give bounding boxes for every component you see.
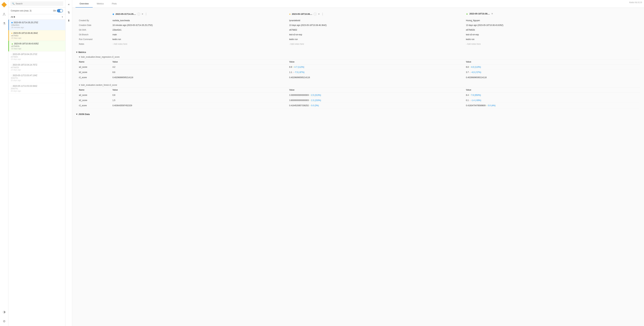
json-data-header[interactable]: ▾ JSON Data xyxy=(76,112,640,117)
metric-0-1-val0: 8.6 xyxy=(110,70,286,75)
info-git-branch: Git Branch main test-s3-on-exp test-s3-o… xyxy=(76,33,640,37)
run3-creation-date: 13 days ago (2023-05-18T10.08.43.635Z) xyxy=(463,23,640,27)
col-value-0-2: Value xyxy=(463,59,640,64)
metric-group-0: ▾ train_evaluation.linear_regression.r2_… xyxy=(76,55,640,80)
run-item-6[interactable]: □ 2023-05-11T13.53.47.134Z 334d741 20 da… xyxy=(8,73,65,83)
metric-group-0-col-headers: Name Value Value Value xyxy=(76,59,640,65)
main-content: Kedro-Viz 6.2.0 Overview Metrics Plots ◆… xyxy=(72,0,644,326)
settings-icon[interactable]: ⚙ xyxy=(1,318,7,324)
run-item-1[interactable]: ◆ 2023-05-31T14.35.25.275Z 22be42e1 16 m… xyxy=(8,20,65,30)
diff-1-1-2: -1.4 (-93%) xyxy=(471,99,481,102)
metric-0-1-val1: 1.1 ↓ -7.5 (-87%) xyxy=(286,70,463,75)
filter-bar: All 8 ▾ xyxy=(8,14,65,20)
run2-header: ● 2023-05-18T10.08.... ○ ✕ ⋮ xyxy=(286,11,463,17)
info-creation-date: Creation Date 16 minutes ago (2023-05-31… xyxy=(76,23,640,27)
collapse-button[interactable]: « xyxy=(66,2,72,7)
run-hash-7: 334d741 xyxy=(11,88,63,90)
run-icon-1: ◆ xyxy=(11,21,13,24)
metric-group-0-chevron: ▾ xyxy=(79,56,80,58)
run-item-7[interactable]: □ 2023-05-11T13.53.03.584Z 334d741 20 da… xyxy=(8,83,65,94)
theme-icon[interactable]: ◑ xyxy=(1,309,7,315)
run-name-4: □ 2023-05-18T10.04.25.272Z xyxy=(11,53,63,56)
metric-1-0-val1: 3.3000000000000003 ↑ 2.5 (313%) xyxy=(286,93,463,98)
label-run-command: Run Command xyxy=(76,37,110,42)
metric-0-0-val2: 8.8 ↑ 4.6 (110%) xyxy=(463,65,640,70)
run1-close-btn[interactable]: ✕ xyxy=(142,13,143,15)
run1-notes[interactable]: - Add notes here xyxy=(110,42,286,46)
compare-toggle[interactable] xyxy=(57,9,63,13)
metric-group-1-header[interactable]: ▾ train_evaluation.random_forest.r2_scor… xyxy=(76,83,640,87)
run1-status-btn[interactable]: ○ xyxy=(137,13,140,16)
search-input[interactable] xyxy=(16,2,62,5)
toggle-on-label: On xyxy=(53,10,56,12)
sort-button[interactable]: ⇅ xyxy=(66,10,72,15)
run1-creation-date: 16 minutes ago (2023-05-31T14.35.25.275Z… xyxy=(110,23,286,27)
run1-run-command: kedro run xyxy=(110,37,286,42)
run2-status-btn[interactable]: ○ xyxy=(314,13,317,16)
run3-header-title: 2023-05-18T10.08.... xyxy=(470,13,490,15)
metric-row-0-0: a2_score 4.2 8.9 ↑ 4.7 (112%) 8.8 ↑ 4.6 … xyxy=(76,65,640,70)
diff-0-0-2: 4.6 (110%) xyxy=(471,66,481,68)
run3-run-command: kedro run xyxy=(463,37,640,42)
metric-row-1-0: a2_score 0.8 3.3000000000000003 ↑ 2.5 (3… xyxy=(76,93,640,98)
run2-git-branch: test-s3-on-exp xyxy=(286,33,463,37)
run1-header-title: 2023-05-31T14.35.... xyxy=(116,13,136,15)
run-hash-3: e679d02b xyxy=(11,45,63,47)
filter-label: All 8 xyxy=(11,16,15,18)
run2-notes[interactable]: - Add notes here xyxy=(286,42,463,46)
metric-group-0-header[interactable]: ▾ train_evaluation.linear_regression.r2_… xyxy=(76,55,640,59)
run-name-7: □ 2023-05-11T13.53.03.584Z xyxy=(11,85,63,87)
run1-header: ◆ 2023-05-31T14.35.... ○ ✕ ⋮ xyxy=(110,11,286,17)
run2-close-btn[interactable]: ✕ xyxy=(318,13,320,15)
search-box[interactable]: 🔍 xyxy=(10,1,63,6)
col-value-0-0: Value xyxy=(110,59,286,64)
spacer xyxy=(76,11,110,17)
run-item-4[interactable]: □ 2023-05-18T10.04.25.272Z e679d02 13 da… xyxy=(8,52,65,62)
diff-1-1-1: 2.3 (153%) xyxy=(311,99,321,102)
metric-0-2-name: r2_score xyxy=(76,75,110,80)
run3-close-btn[interactable]: ✕ xyxy=(491,13,493,15)
experiment-icon[interactable]: ⚗ xyxy=(1,21,7,27)
metric-0-1-val2: 3.7 ↓ -4.9 (-57%) xyxy=(463,70,640,75)
toolbar-vertical: « ⇅ ⬇ xyxy=(66,0,72,326)
json-data-section: ▾ JSON Data xyxy=(76,112,640,117)
run-item-5[interactable]: □ 2023-05-18T10.04.24.767Z e679d02b 13 d… xyxy=(8,62,65,73)
metric-0-0-name: a2_score xyxy=(76,65,110,70)
col-value-0-1: Value xyxy=(286,59,463,64)
metric-0-0-val1: 8.9 ↑ 4.7 (112%) xyxy=(286,65,463,70)
run-hash-5: e679d02b xyxy=(11,66,63,68)
pipeline-icon[interactable]: ⋀ xyxy=(1,11,7,17)
metric-group-0-name: train_evaluation.linear_regression.r2_sc… xyxy=(81,56,120,58)
tab-metrics[interactable]: Metrics xyxy=(93,0,108,8)
metric-row-1-1: b2_score 1.5 3.8000000000000003 ↑ 2.3 (1… xyxy=(76,98,640,103)
diff-1-2-2: 0.0 (4%) xyxy=(488,104,496,107)
run1-git-sha: 22be42e1 xyxy=(110,28,286,32)
label-notes: Notes xyxy=(76,42,110,46)
metric-1-1-val1: 3.8000000000000003 ↑ 2.3 (153%) xyxy=(286,98,463,103)
tab-plots[interactable]: Plots xyxy=(108,0,121,8)
metric-group-1-col-headers: Name Value Value Value xyxy=(76,87,640,93)
col-name-0: Name xyxy=(76,59,110,64)
diff-1-2-1: 0.0 (3%) xyxy=(311,104,319,107)
download-button[interactable]: ⬇ xyxy=(66,18,72,23)
run-time-1: 16 minutes ago xyxy=(11,26,63,29)
run3-notes[interactable]: - Add notes here xyxy=(463,42,640,46)
filter-chevron-icon[interactable]: ▾ xyxy=(62,16,63,18)
run-icon-6: □ xyxy=(11,75,12,77)
metric-row-0-2: r2_score 0.40296896595214116 0.402968965… xyxy=(76,75,640,80)
run-item-3[interactable]: ▲ 2023-05-18T10.08.43.635Z e679d02b 13 d… xyxy=(8,41,65,52)
run-name-2: ● 2023-05-18T10.08.46.364Z xyxy=(11,32,63,34)
run2-more-btn[interactable]: ⋮ xyxy=(321,13,324,16)
diff-1-0-2: 7.6 (950%) xyxy=(471,94,481,96)
arrow-up-0-0-1: ↑ xyxy=(292,66,294,68)
run-item-2[interactable]: ● 2023-05-18T10.08.46.364Z e679d02 13 da… xyxy=(8,30,65,41)
run1-more-btn[interactable]: ⋮ xyxy=(145,13,148,16)
metrics-section-header[interactable]: ▾ Metrics xyxy=(76,50,640,55)
run1-git-branch: main xyxy=(110,33,286,37)
tab-overview[interactable]: Overview xyxy=(76,0,93,8)
metric-1-0-name: a2_score xyxy=(76,93,110,98)
arrow-up-0-0-2: ↑ xyxy=(470,66,470,68)
run-hash-1: 22be42e1 xyxy=(11,24,63,26)
run3-header-icon: ▲ xyxy=(466,13,468,15)
diff-0-0-1: 4.7 (112%) xyxy=(294,66,304,68)
